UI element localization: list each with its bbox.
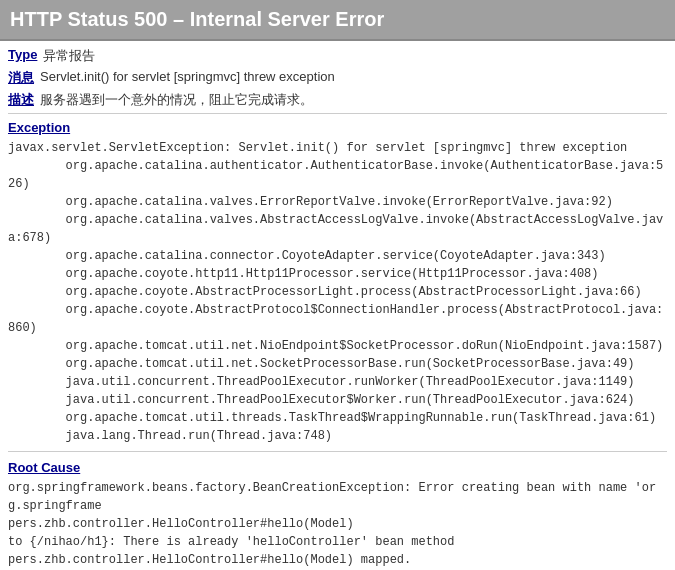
description-value: 服务器遇到一个意外的情况，阻止它完成请求。 bbox=[40, 91, 313, 109]
root-cause-text: org.springframework.beans.factory.BeanCr… bbox=[8, 479, 667, 570]
divider-2 bbox=[8, 451, 667, 452]
page-header: HTTP Status 500 – Internal Server Error bbox=[0, 0, 675, 41]
message-label: 消息 bbox=[8, 69, 34, 87]
type-label: Type bbox=[8, 47, 37, 62]
divider-1 bbox=[8, 113, 667, 114]
type-value: 异常报告 bbox=[43, 47, 95, 65]
description-row: 描述 服务器遇到一个意外的情况，阻止它完成请求。 bbox=[8, 91, 667, 109]
description-label: 描述 bbox=[8, 91, 34, 109]
main-content: Type 异常报告 消息 Servlet.init() for servlet … bbox=[0, 41, 675, 570]
page-container: HTTP Status 500 – Internal Server Error … bbox=[0, 0, 675, 570]
root-cause-label: Root Cause bbox=[8, 460, 667, 475]
exception-label: Exception bbox=[8, 120, 667, 135]
message-value: Servlet.init() for servlet [springmvc] t… bbox=[40, 69, 335, 84]
type-row: Type 异常报告 bbox=[8, 47, 667, 65]
root-cause-section: Root Cause org.springframework.beans.fac… bbox=[8, 460, 667, 570]
message-row: 消息 Servlet.init() for servlet [springmvc… bbox=[8, 69, 667, 87]
header-title: HTTP Status 500 – Internal Server Error bbox=[10, 8, 384, 30]
exception-stack-trace: javax.servlet.ServletException: Servlet.… bbox=[8, 139, 667, 445]
